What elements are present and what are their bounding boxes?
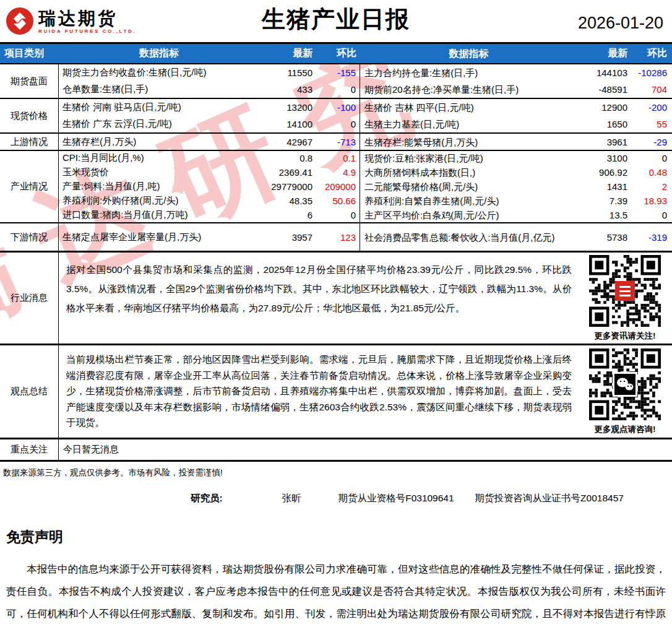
- news-text: 据对全国500个县集贸市场和采集点的监测，2025年12月份全国仔猪平均价格23…: [59, 253, 578, 344]
- chg-cell: 704: [630, 84, 672, 95]
- latest-cell: 13200: [256, 102, 312, 113]
- qr-caption: 更多资讯请关注!: [595, 331, 656, 342]
- section-futures: 期货盘面 期货主力合约收盘价:生猪(日,元/吨) 11550 -155 主力合约…: [0, 63, 672, 98]
- chg-cell: -29: [630, 137, 672, 147]
- indicator-cell: 仓单数量:生猪(日,手): [59, 84, 256, 95]
- report-page: 瑞达研究 瑞达期货 RUIDA FUTURES CO.,LTD. 生猪产业日报 …: [0, 0, 672, 627]
- table-row: 养殖利润:外购仔猪(周,元/头) 48.35 50.66 养殖利润:自繁自养生猪…: [59, 194, 672, 208]
- chg-cell: -155: [312, 64, 360, 81]
- indicator-cell: CPI:当月同比(月,%): [59, 152, 256, 164]
- indicator-cell: 二元能繁母猪价格(周,元/头): [360, 181, 573, 192]
- chg-cell: 0: [312, 116, 360, 132]
- latest-cell: 11550: [256, 67, 312, 78]
- indicator-cell: 社会消费品零售总额:餐饮收入:当月值(月,亿元): [360, 231, 573, 243]
- chg-cell: -319: [630, 232, 672, 243]
- researcher-advisory-cert: 期货投资咨询从业证书号Z0018457: [475, 492, 624, 505]
- table-row: CPI:当月同比(月,%) 0.8 0.1 现货价:豆粕:张家港(日,元/吨) …: [59, 151, 672, 165]
- section-category: 行业消息: [0, 253, 59, 344]
- chg-cell: 2: [630, 181, 672, 192]
- qr-code-news: [589, 255, 661, 327]
- table-row: 生猪价 河南 驻马店(日,元/吨) 13200 -100 生猪价 吉林 四平(日…: [59, 99, 672, 116]
- chg-cell: 18.93: [630, 196, 672, 206]
- page-title: 生猪产业日报: [0, 4, 672, 35]
- chg-cell: -200: [630, 102, 672, 113]
- latest-cell: 1650: [573, 119, 630, 129]
- col-header-category: 项目类别: [0, 47, 59, 60]
- latest-cell: 3961: [573, 137, 630, 147]
- section-category: 上游情况: [0, 134, 59, 150]
- table-row: 生猪定点屠宰企业屠宰量(月,万头) 3957 123 社会消费品零售总额:餐饮收…: [59, 223, 672, 251]
- indicator-cell: 生猪价 吉林 四平(日,元/吨): [360, 102, 573, 113]
- indicator-cell: 生猪定点屠宰企业屠宰量(月,万头): [59, 231, 256, 243]
- indicator-table: 项目类别 数据指标 最新 环比 数据指标 最新 环比 期货盘面 期货主力合约收盘…: [0, 42, 672, 462]
- chg-cell: 4.9: [312, 165, 360, 179]
- table-row: 进口数量:猪肉:当月值(月,万吨) 6 0 主产区平均价:白条鸡(周,元/公斤)…: [59, 208, 672, 222]
- summary-text: 当前规模场出栏节奏正常，部分地区因降雪出栏受到影响。需求端，元旦后，腌腊需求下降…: [59, 345, 578, 438]
- indicator-cell: 现货价:豆粕:张家港(日,元/吨): [360, 152, 573, 164]
- section-category: 重点关注: [0, 439, 59, 460]
- latest-cell: 12900: [573, 102, 630, 113]
- qr-code-contact: [589, 348, 661, 420]
- col-header-latest2: 最新: [573, 47, 630, 60]
- table-row: 生猪价 广东 云浮(日,元/吨) 14100 0 生猪主力基差(日,元/吨) 1…: [59, 116, 672, 132]
- indicator-cell: 养殖利润:自繁自养生猪(周,元/头): [360, 195, 573, 207]
- chg-cell: 0: [630, 210, 672, 220]
- page-header: 瑞达期货 RUIDA FUTURES CO.,LTD. 生猪产业日报 2026-…: [0, 0, 672, 42]
- col-header-indicator1: 数据指标: [59, 47, 256, 60]
- col-header-latest1: 最新: [256, 47, 312, 60]
- chg-cell: -10286: [630, 67, 672, 78]
- table-row: 生猪存栏(月,万头) 42967 -713 生猪存栏:能繁母猪(月,万头) 39…: [59, 134, 672, 150]
- latest-cell: 13.5: [573, 210, 630, 220]
- section-category: 观点总结: [0, 345, 59, 438]
- chg-cell: 0: [312, 81, 360, 98]
- latest-cell: 144103: [573, 67, 630, 78]
- indicator-cell: 养殖利润:外购仔猪(周,元/头): [59, 195, 256, 207]
- chg-cell: 55: [630, 119, 672, 129]
- indicator-cell: 主力合约持仓量:生猪(日,手): [360, 67, 573, 79]
- disclaimer: 免责声明 本报告中的信息均来源于公开可获得资料，瑞达期货股份有限公司力求准确可靠…: [0, 527, 672, 627]
- indicator-cell: 期货主力合约收盘价:生猪(日,元/吨): [59, 67, 256, 79]
- section-upstream: 上游情况 生猪存栏(月,万头) 42967 -713 生猪存栏:能繁母猪(月,万…: [0, 132, 672, 150]
- latest-cell: 3957: [256, 232, 312, 243]
- table-row: 产量:饲料:当月值(月,吨) 29779000 209000 二元能繁母猪价格(…: [59, 179, 672, 194]
- latest-cell: 7.39: [573, 196, 630, 206]
- qr-caption: 更多观点请咨询!: [595, 424, 656, 435]
- disclaimer-body: 本报告中的信息均来源于公开可获得资料，瑞达期货股份有限公司力求准确可靠，但对这些…: [6, 558, 666, 627]
- indicator-cell: 进口数量:猪肉:当月值(月,万吨): [59, 209, 256, 221]
- focus-text: 今日暂无消息: [59, 444, 119, 456]
- researcher-qualification: 期货从业资格号F03109641: [338, 492, 454, 505]
- latest-cell: 0.8: [256, 153, 312, 163]
- latest-cell: 14100: [256, 119, 312, 129]
- report-date: 2026-01-20: [578, 14, 663, 33]
- latest-cell: 42967: [256, 137, 312, 147]
- indicator-cell: 玉米现货价: [59, 166, 256, 178]
- indicator-cell: 主产区平均价:白条鸡(周,元/公斤): [360, 209, 573, 221]
- researcher-name: 张昕: [282, 492, 301, 505]
- chg-cell: 0.1: [312, 151, 360, 165]
- indicator-cell: 生猪价 河南 驻马店(日,元/吨): [59, 102, 256, 113]
- latest-cell: 906.92: [573, 167, 630, 178]
- latest-cell: 6: [256, 210, 312, 220]
- latest-cell: 29779000: [256, 181, 312, 192]
- latest-cell: -48591: [573, 84, 630, 95]
- latest-cell: 1431: [573, 181, 630, 192]
- chg-cell: 123: [312, 223, 360, 251]
- table-header-row: 项目类别 数据指标 最新 环比 数据指标 最新 环比: [0, 44, 672, 63]
- chg-cell: 0.48: [630, 167, 672, 178]
- latest-cell: 5738: [573, 232, 630, 243]
- section-summary: 观点总结 当前规模场出栏节奏正常，部分地区因降雪出栏受到影响。需求端，元旦后，腌…: [0, 344, 672, 438]
- section-category: 期货盘面: [0, 64, 59, 98]
- indicator-cell: 期货前20名持仓:净买单量:生猪(日,手): [360, 84, 573, 95]
- chg-cell: 209000: [312, 179, 360, 194]
- col-header-chg2: 环比: [630, 47, 672, 60]
- chg-cell: -100: [312, 99, 360, 116]
- indicator-cell: 生猪存栏:能繁母猪(月,万头): [360, 136, 573, 148]
- source-note: 数据来源第三方，观点仅供参考。市场有风险，投资需谨慎!: [3, 467, 672, 478]
- chg-cell: 0: [630, 153, 672, 163]
- section-spot: 现货价格 生猪价 河南 驻马店(日,元/吨) 13200 -100 生猪价 吉林…: [0, 98, 672, 132]
- indicator-cell: 生猪价 广东 云浮(日,元/吨): [59, 118, 256, 130]
- col-header-chg1: 环比: [312, 44, 360, 63]
- section-news: 行业消息 据对全国500个县集贸市场和采集点的监测，2025年12月份全国仔猪平…: [0, 251, 672, 344]
- section-category: 下游情况: [0, 223, 59, 251]
- researcher-line: 研究员: 张昕 期货从业资格号F03109641 期货投资咨询从业证书号Z001…: [191, 492, 672, 505]
